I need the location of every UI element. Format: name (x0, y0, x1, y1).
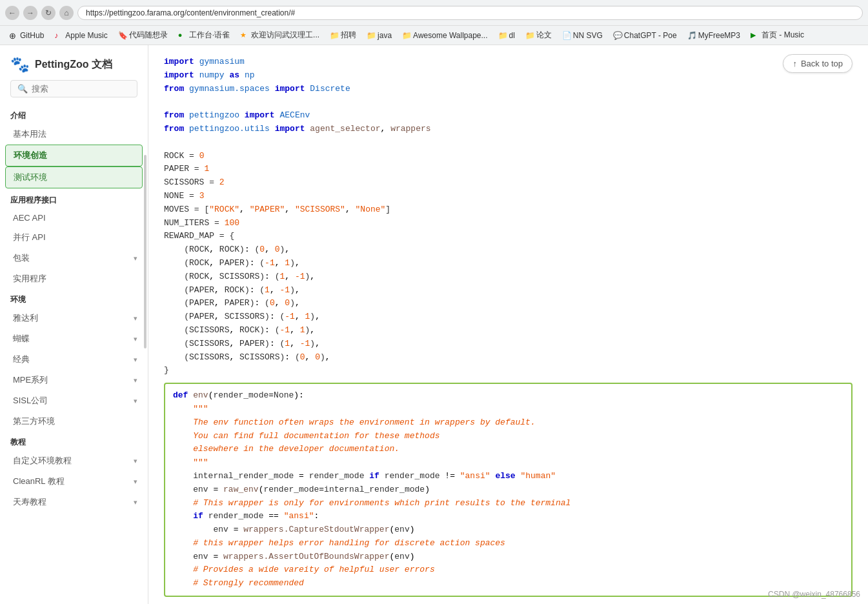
highlighted-def-env-block: def env(render_mode=None): """ The env f… (164, 383, 853, 597)
search-icon: 🔍 (17, 84, 28, 94)
sidebar-item-cleanrl[interactable]: CleanRL 教程 ▾ (0, 471, 148, 492)
sisl-chevron-icon: ▾ (134, 397, 137, 405)
classic-chevron-icon: ▾ (134, 356, 137, 364)
sidebar-item-utilities[interactable]: 实用程序 (0, 268, 148, 289)
sidebar: 🐾 PettingZoo 文档 🔍 介绍 基本用法 环境创造 测试环境 应用程序… (0, 45, 148, 604)
jobs-folder-icon: 📁 (330, 31, 339, 40)
bookmark-java[interactable]: 📁 java (363, 30, 396, 41)
sidebar-item-tianshou[interactable]: 天寿教程 ▾ (0, 492, 148, 512)
bookmark-code[interactable]: 🔖 代码随想录 (114, 28, 172, 42)
refresh-button[interactable]: ↻ (41, 6, 56, 20)
bookmark-nn-svg[interactable]: 📄 NN SVG (558, 30, 607, 41)
section-tutorial-label: 教程 (0, 432, 148, 450)
butterfly-chevron-icon: ▾ (134, 335, 137, 343)
wallpaper-folder-icon: 📁 (402, 31, 411, 40)
main-layout: 🐾 PettingZoo 文档 🔍 介绍 基本用法 环境创造 测试环境 应用程序… (0, 45, 868, 604)
back-button[interactable]: ← (5, 6, 19, 20)
sidebar-item-mpe[interactable]: MPE系列 ▾ (0, 370, 148, 390)
sidebar-item-atari[interactable]: 雅达利 ▾ (0, 308, 148, 328)
bookmark-github[interactable]: ⊕ GitHub (5, 30, 48, 41)
chatgpt-icon: 💬 (613, 31, 622, 40)
code-block-top: import gymnasium import numpy as np from… (164, 55, 853, 378)
content-area: ↑ Back to top import gymnasium import nu… (148, 45, 868, 604)
bookmark-music-home[interactable]: ▶ 首页 - Music (747, 28, 808, 42)
sidebar-item-parallel-api[interactable]: 并行 API (0, 227, 148, 248)
code-container: ↑ Back to top import gymnasium import nu… (148, 45, 868, 604)
bookmark-chatgpt[interactable]: 💬 ChatGPT - Poe (609, 30, 681, 41)
sidebar-item-classic[interactable]: 经典 ▾ (0, 349, 148, 370)
apple-music-icon: ♪ (54, 31, 63, 40)
sidebar-item-packaging[interactable]: 包装 ▾ (0, 248, 148, 268)
sidebar-item-custom-env-tutorial[interactable]: 自定义环境教程 ▾ (0, 450, 148, 471)
sidebar-item-basic-usage[interactable]: 基本用法 (0, 124, 148, 145)
forward-button[interactable]: → (23, 6, 37, 20)
bookmark-paper[interactable]: 📁 论文 (521, 28, 556, 42)
github-icon: ⊕ (9, 31, 18, 40)
sidebar-item-butterfly[interactable]: 蝴蝶 ▾ (0, 328, 148, 349)
search-input[interactable] (32, 84, 130, 94)
code-bookmark-icon: 🔖 (118, 31, 127, 40)
csdn-watermark: CSDN @weixin_48766856 (768, 590, 860, 599)
custom-env-chevron-icon: ▾ (134, 457, 137, 465)
section-intro-label: 介绍 (0, 105, 148, 124)
sidebar-scrollbar[interactable] (144, 155, 146, 348)
nav-controls: ← → ↻ ⌂ (5, 6, 74, 20)
bookmark-yuque[interactable]: ● 工作台·语雀 (174, 28, 234, 42)
whu-icon: ★ (240, 31, 249, 40)
sidebar-item-env-creation[interactable]: 环境创造 (5, 145, 143, 166)
bookmark-dl[interactable]: 📁 dl (494, 30, 519, 41)
def-env-code: def env(render_mode=None): """ The env f… (173, 389, 843, 590)
chevron-down-icon: ▾ (134, 254, 137, 263)
sidebar-title: PettingZoo 文档 (35, 58, 112, 72)
dl-folder-icon: 📁 (498, 31, 507, 40)
section-api-label: 应用程序接口 (0, 190, 148, 208)
java-folder-icon: 📁 (367, 31, 376, 40)
sidebar-item-test-env[interactable]: 测试环境 (5, 166, 143, 188)
home-button[interactable]: ⌂ (59, 6, 74, 20)
bookmark-bar: ⊕ GitHub ♪ Apple Music 🔖 代码随想录 ● 工作台·语雀 … (0, 26, 868, 45)
bookmark-apple-music[interactable]: ♪ Apple Music (50, 30, 111, 41)
back-to-top-button[interactable]: ↑ Back to top (783, 54, 853, 73)
address-bar[interactable]: https://pettingzoo.farama.org/content/en… (77, 6, 863, 20)
pettingzoo-logo-icon: 🐾 (10, 55, 30, 74)
search-box[interactable]: 🔍 (10, 80, 137, 97)
mp3-icon: 🎵 (687, 31, 696, 40)
music-home-icon: ▶ (751, 31, 760, 40)
bookmark-mp3[interactable]: 🎵 MyFreeMP3 (683, 30, 744, 41)
arrow-up-icon: ↑ (792, 59, 797, 68)
sidebar-logo: 🐾 PettingZoo 文档 (0, 45, 148, 80)
sidebar-item-sisl[interactable]: SISL公司 ▾ (0, 390, 148, 411)
atari-chevron-icon: ▾ (134, 314, 137, 323)
sidebar-item-aec-api[interactable]: AEC API (0, 208, 148, 227)
mpe-chevron-icon: ▾ (134, 376, 137, 385)
cleanrl-chevron-icon: ▾ (134, 478, 137, 486)
bookmark-wallpaper[interactable]: 📁 Awesome Wallpape... (398, 30, 491, 41)
yuque-icon: ● (178, 31, 187, 40)
section-env-label: 环境 (0, 289, 148, 308)
browser-bar: ← → ↻ ⌂ https://pettingzoo.farama.org/co… (0, 0, 868, 26)
tianshou-chevron-icon: ▾ (134, 498, 137, 507)
sidebar-item-third-party[interactable]: 第三方环境 (0, 411, 148, 432)
nn-svg-icon: 📄 (562, 31, 571, 40)
bookmark-whu[interactable]: ★ 欢迎访问武汉理工... (236, 28, 323, 42)
bookmark-jobs[interactable]: 📁 招聘 (326, 28, 360, 42)
paper-folder-icon: 📁 (525, 31, 534, 40)
